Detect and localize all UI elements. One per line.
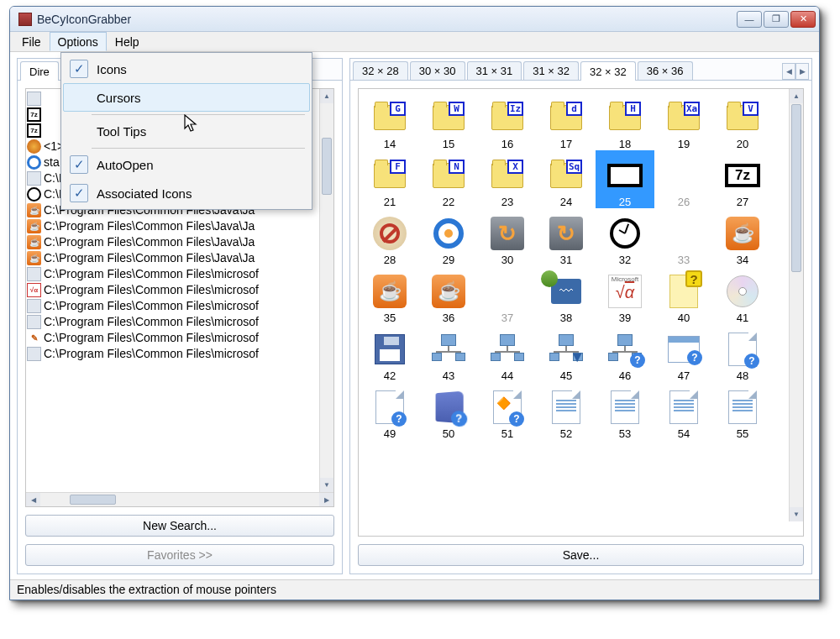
scroll-thumb[interactable] — [322, 138, 332, 195]
save-button[interactable]: Save... — [358, 544, 804, 566]
icon-cell[interactable]: 41 — [713, 266, 772, 324]
menu-item-associated-icons[interactable]: ✓ Associated Icons — [63, 179, 310, 207]
icon-cell[interactable]: ?49 — [360, 382, 419, 440]
icon-cell[interactable]: 30 — [478, 208, 537, 266]
size-tab[interactable]: 32 × 32 — [580, 61, 636, 81]
icon-cell[interactable]: Microsoft√α39 — [596, 266, 654, 324]
icon-cell[interactable]: 26 — [654, 150, 713, 208]
file-list-item[interactable]: C:\Program Files\Common Files\microsof — [27, 298, 333, 314]
icon-cell[interactable]: ▼45 — [537, 324, 596, 382]
size-tab[interactable]: 31 × 31 — [467, 61, 522, 80]
icon-cell[interactable]: H18 — [596, 92, 654, 150]
icon-cell[interactable]: 🔶?51 — [478, 382, 537, 440]
icon-index: 42 — [360, 369, 419, 382]
icon-cell[interactable]: 7z27 — [713, 150, 772, 208]
icon-index: 14 — [360, 138, 419, 150]
menu-item-icons[interactable]: ✓ Icons — [63, 55, 310, 83]
file-path: C:\Program Files\Common Files\Java\Ja — [44, 250, 255, 266]
scroll-thumb-h[interactable] — [70, 495, 116, 505]
icon-cell[interactable]: Sq24 — [537, 150, 596, 208]
size-tab[interactable]: 36 × 36 — [638, 61, 693, 80]
menu-item-tooltips[interactable]: Tool Tips — [63, 117, 310, 145]
statusbar: Enables/disables the extraction of mouse… — [10, 579, 819, 600]
icon-cell[interactable]: 44 — [478, 324, 537, 382]
icon-cell[interactable]: ?46 — [596, 324, 654, 382]
icon-cell[interactable]: 42 — [360, 324, 419, 382]
tab-scroll-right-icon[interactable]: ▶ — [795, 63, 809, 80]
file-list-item[interactable]: √αC:\Program Files\Common Files\microsof — [27, 282, 333, 298]
status-text: Enables/disables the extraction of mouse… — [17, 583, 276, 596]
icon-cell[interactable]: 52 — [537, 382, 596, 440]
icon-cell[interactable]: 31 — [537, 208, 596, 266]
icon-cell[interactable]: 7z25 — [596, 150, 654, 208]
file-list-item[interactable]: C:\Program Files\Common Files\microsof — [27, 314, 333, 330]
icon-cell[interactable]: ☕34 — [713, 208, 772, 266]
icon-cell[interactable]: Iz16 — [478, 92, 537, 150]
icon-cell[interactable]: 〰38 — [537, 266, 596, 324]
minimize-button[interactable]: — — [737, 11, 762, 28]
icon-cell[interactable]: ☕36 — [419, 266, 478, 324]
icon-cell[interactable]: ?40 — [654, 266, 713, 324]
scroll-right-arrow-icon[interactable]: ▶ — [319, 493, 333, 506]
icon-cell[interactable]: X23 — [478, 150, 537, 208]
icon-cell[interactable]: ?48 — [713, 324, 772, 382]
scroll-up-arrow-icon[interactable]: ▲ — [790, 89, 803, 103]
icon-cell[interactable]: 29 — [419, 208, 478, 266]
scroll-up-arrow-icon[interactable]: ▲ — [320, 89, 333, 103]
file-list-item[interactable]: C:\Program Files\Common Files\microsof — [27, 266, 333, 282]
file-list-item[interactable]: ☕C:\Program Files\Common Files\Java\Ja — [27, 218, 333, 234]
icon-cell[interactable]: 43 — [419, 324, 478, 382]
menu-help[interactable]: Help — [107, 32, 148, 51]
icon-cell[interactable]: F21 — [360, 150, 419, 208]
menu-item-cursors[interactable]: Cursors — [63, 83, 310, 112]
icon-index: 54 — [654, 427, 713, 440]
new-search-button[interactable]: New Search... — [25, 515, 334, 537]
file-list-item[interactable]: C:\Program Files\Common Files\microsof — [27, 346, 333, 362]
vertical-scrollbar[interactable]: ▲ ▼ — [319, 89, 333, 492]
icon-cell[interactable]: Xa19 — [654, 92, 713, 150]
menu-item-autoopen[interactable]: ✓ AutoOpen — [63, 150, 310, 179]
icon-cell[interactable]: 33 — [654, 208, 713, 266]
scroll-left-arrow-icon[interactable]: ◀ — [26, 493, 40, 506]
size-tab[interactable]: 31 × 32 — [523, 61, 579, 80]
icon-cell[interactable]: ?50 — [419, 382, 478, 440]
scroll-down-arrow-icon[interactable]: ▼ — [320, 478, 333, 492]
file-path: C:\Program Files\Common Files\microsof — [44, 298, 259, 314]
folder-icon: V — [724, 99, 761, 136]
icon-cell[interactable]: ?47 — [654, 324, 713, 382]
tab-directory[interactable]: Dire — [20, 61, 59, 81]
size-tab[interactable]: 32 × 28 — [353, 61, 408, 80]
favorites-button[interactable]: Favorites >> — [25, 544, 334, 566]
icon-cell[interactable]: d17 — [537, 92, 596, 150]
scroll-thumb[interactable] — [791, 104, 801, 272]
icon-cell[interactable]: 37 — [478, 266, 537, 324]
docq-icon: ? — [724, 331, 761, 368]
file-list-item[interactable]: ☕C:\Program Files\Common Files\Java\Ja — [27, 250, 333, 266]
icon-cell[interactable]: 53 — [596, 382, 654, 440]
file-list-item[interactable]: ☕C:\Program Files\Common Files\Java\Ja — [27, 234, 333, 250]
icon-cell[interactable]: 32 — [596, 208, 654, 266]
size-tab[interactable]: 30 × 30 — [410, 61, 465, 80]
icon-cell[interactable]: G14 — [360, 92, 419, 150]
icon-index: 36 — [419, 312, 478, 324]
maximize-button[interactable]: ❐ — [764, 11, 789, 28]
icon-cell[interactable]: 54 — [654, 382, 713, 440]
icon-cell[interactable]: 28 — [360, 208, 419, 266]
icon-index: 19 — [654, 138, 713, 150]
vertical-scrollbar-right[interactable]: ▲ ▼ — [789, 89, 803, 521]
titlebar[interactable]: BeCyIconGrabber — ❐ ✕ — [10, 7, 819, 32]
checkmark-icon: ✓ — [70, 184, 88, 202]
icon-cell[interactable]: N22 — [419, 150, 478, 208]
file-list-item[interactable]: ✎C:\Program Files\Common Files\microsof — [27, 330, 333, 346]
menu-file[interactable]: File — [13, 32, 50, 51]
menu-options[interactable]: Options — [50, 32, 107, 51]
icon-cell[interactable]: ☕35 — [360, 266, 419, 324]
scroll-down-arrow-icon[interactable]: ▼ — [790, 507, 803, 521]
icon-cell[interactable]: 55 — [713, 382, 772, 440]
icon-cell[interactable]: W15 — [419, 92, 478, 150]
tab-scroll-left-icon[interactable]: ◀ — [782, 63, 795, 80]
file-path: C:\Program Files\Common Files\microsof — [44, 314, 259, 330]
close-button[interactable]: ✕ — [790, 11, 816, 28]
icon-cell[interactable]: V20 — [713, 92, 772, 150]
horizontal-scrollbar[interactable]: ◀ ▶ — [26, 492, 333, 506]
